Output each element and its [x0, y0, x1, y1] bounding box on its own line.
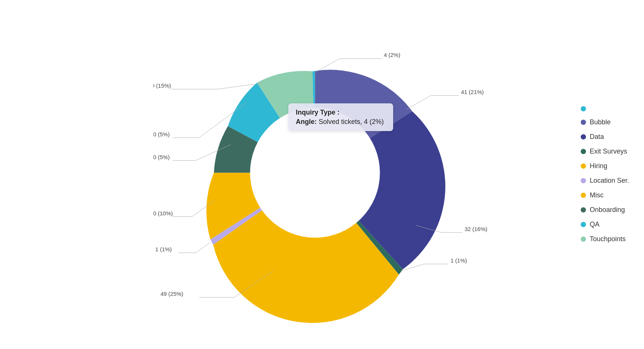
legend-label: Touchpoints	[590, 235, 626, 243]
legend-dot	[581, 207, 586, 212]
legend-dot	[581, 222, 586, 227]
donut-chart-svg: 4 (2%) 41 (21%) 32 (16%) 1 (1%) 49 (25%)…	[154, 15, 490, 334]
legend-dot	[581, 149, 586, 154]
label-line-6	[196, 242, 211, 253]
label-4: 4 (2%)	[384, 52, 400, 58]
legend-item-onboarding: Onboarding	[581, 206, 629, 214]
chart-container: 4 (2%) 41 (21%) 32 (16%) 1 (1%) 49 (25%)…	[0, 0, 644, 349]
legend-item-bubble: Bubble	[581, 118, 629, 126]
chart-legend: BubbleDataExit SurveysHiringLocation Ser…	[581, 106, 629, 243]
label-29: 29 (15%)	[154, 82, 171, 89]
legend-item-hiring: Hiring	[581, 162, 629, 170]
legend-label: Bubble	[590, 118, 611, 126]
legend-dot	[581, 178, 586, 183]
legend-label: Data	[590, 133, 604, 141]
donut-area: 4 (2%) 41 (21%) 32 (16%) 1 (1%) 49 (25%)…	[116, 6, 528, 343]
donut-hole	[250, 108, 380, 238]
legend-dot	[581, 106, 586, 112]
legend-dot	[581, 192, 586, 198]
label-32: 32 (16%)	[465, 226, 487, 232]
label-49: 49 (25%)	[161, 291, 183, 297]
legend-label: Misc	[590, 191, 604, 199]
legend-item-exit-surveys: Exit Surveys	[581, 148, 629, 155]
label-1-loc: 1 (1%)	[155, 246, 172, 252]
legend-dot	[581, 134, 586, 139]
label-10-onboard: 10 (5%)	[154, 154, 170, 160]
label-20: 20 (10%)	[154, 210, 173, 216]
legend-dot	[581, 119, 586, 125]
legend-label: Onboarding	[590, 206, 625, 214]
legend-label: Location Ser.	[590, 177, 629, 185]
legend-item-cyan	[581, 106, 629, 112]
legend-dot	[581, 163, 586, 169]
legend-label: Hiring	[590, 162, 607, 170]
label-line-2	[406, 95, 431, 110]
legend-item-location-ser.: Location Ser.	[581, 177, 629, 185]
legend-item-misc: Misc	[581, 191, 629, 199]
label-41: 41 (21%)	[461, 89, 484, 95]
legend-label: QA	[590, 221, 599, 228]
label-10-qa: 10 (5%)	[154, 131, 170, 137]
legend-dot	[581, 236, 586, 242]
label-1-exit: 1 (1%)	[450, 257, 467, 264]
legend-item-data: Data	[581, 133, 629, 141]
legend-label: Exit Surveys	[590, 148, 627, 155]
legend-item-touchpoints: Touchpoints	[581, 235, 629, 243]
legend-item-qa: QA	[581, 221, 629, 228]
